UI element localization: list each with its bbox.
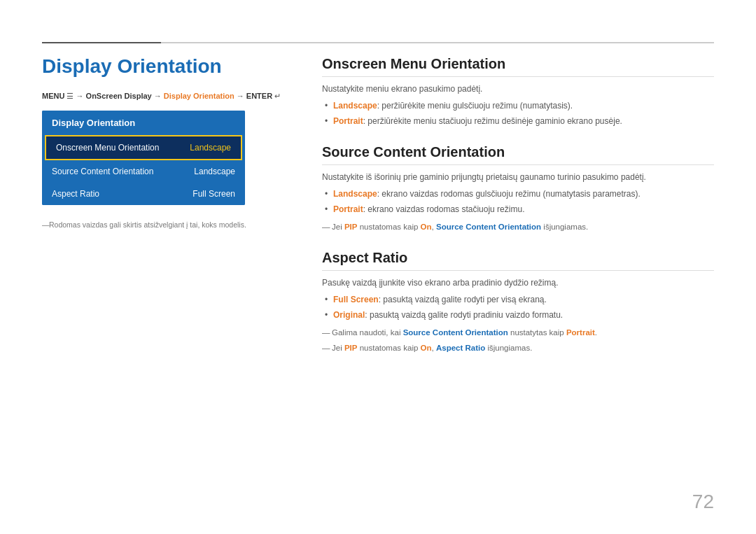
enter-keyword: ENTER (246, 92, 272, 100)
menu-path: MENU ☰ → OnScreen Display → Display Orie… (42, 92, 294, 101)
display-orientation-box: Display Orientation Onscreen Menu Orient… (42, 111, 245, 205)
kw-source-content-2: Source Content Orientation (403, 328, 508, 337)
display-box-row-onscreen[interactable]: Onscreen Menu Orientation Landscape (45, 135, 242, 160)
left-column: Display Orientation MENU ☰ → OnScreen Di… (42, 56, 294, 229)
bullet-aspect-original: Original: pasuktą vaizdą galite rodyti p… (322, 309, 714, 321)
note-source-pip: Jei PIP nustatomas kaip On, Source Conte… (322, 221, 714, 233)
kw-fullscreen: Full Screen (333, 295, 379, 304)
kw-aspect-ratio: Aspect Ratio (436, 344, 485, 352)
top-line-accent (42, 42, 161, 43)
row-value-aspect: Full Screen (192, 189, 235, 199)
display-box-title: Display Orientation (42, 111, 245, 135)
onscreen-display-link: OnScreen Display (86, 92, 152, 100)
kw-portrait-2: Portrait (333, 204, 363, 214)
kw-portrait-1: Portrait (333, 116, 363, 126)
section-title-onscreen: Onscreen Menu Orientation (322, 56, 714, 77)
row-label-source: Source Content Orientation (52, 167, 153, 176)
note-aspect-pip: Jei PIP nustatomas kaip On, Aspect Ratio… (322, 342, 714, 354)
menu-keyword: MENU (42, 92, 64, 100)
kw-landscape-1: Landscape (333, 101, 377, 111)
kw-on-2: On (421, 344, 432, 352)
kw-on-1: On (421, 223, 432, 231)
bullet-source-portrait: Portrait: ekrano vaizdas rodomas stačiuo… (322, 203, 714, 216)
bullet-list-source: Landscape: ekrano vaizdas rodomas gulsči… (322, 188, 714, 216)
section-intro-source: Nustatykite iš išorinių prie gaminio pri… (322, 172, 714, 182)
section-source-content: Source Content Orientation Nustatykite i… (322, 144, 714, 233)
kw-original: Original (333, 310, 365, 320)
section-aspect-ratio: Aspect Ratio Pasukę vaizdą įjunkite viso… (322, 250, 714, 354)
page-title: Display Orientation (42, 56, 294, 78)
kw-pip-2: PIP (344, 344, 358, 352)
note-aspect-source-portrait: Galima naudoti, kai Source Content Orien… (322, 327, 714, 339)
display-orientation-link: Display Orientation (164, 92, 234, 100)
kw-portrait-3: Portrait (566, 328, 595, 337)
kw-source-content-1: Source Content Orientation (436, 223, 541, 231)
bullet-onscreen-landscape: Landscape: peržiūrėkite meniu gulsčiuoju… (322, 99, 714, 112)
left-footnote: Rodomas vaizdas gali skirtis atsižvelgia… (42, 220, 294, 229)
kw-landscape-2: Landscape (333, 189, 377, 199)
bullet-source-landscape: Landscape: ekrano vaizdas rodomas gulsči… (322, 188, 714, 200)
bullet-aspect-fullscreen: Full Screen: pasuktą vaizdą galite rodyt… (322, 293, 714, 306)
arrow2: → (154, 92, 164, 100)
page-number: 72 (692, 491, 714, 513)
row-label-aspect: Aspect Ratio (52, 189, 99, 199)
row-value-onscreen: Landscape (190, 143, 231, 153)
right-column: Onscreen Menu Orientation Nustatykite me… (322, 56, 714, 371)
section-intro-onscreen: Nustatykite meniu ekrano pasukimo padėtį… (322, 84, 714, 94)
row-label-onscreen: Onscreen Menu Orientation (56, 143, 159, 153)
section-title-aspect: Aspect Ratio (322, 250, 714, 271)
section-intro-aspect: Pasukę vaizdą įjunkite viso ekrano arba … (322, 278, 714, 288)
arrow1: → (76, 92, 86, 100)
menu-icon: ☰ (66, 92, 76, 100)
row-value-source: Landscape (194, 167, 235, 176)
display-box-row-source[interactable]: Source Content Orientation Landscape (42, 160, 245, 183)
enter-icon: ↵ (274, 92, 281, 100)
arrow3: → (237, 92, 246, 100)
bullet-onscreen-portrait: Portrait: peržiūrėkite meniu stačiuoju r… (322, 115, 714, 127)
kw-pip-1: PIP (344, 223, 358, 231)
display-box-row-aspect[interactable]: Aspect Ratio Full Screen (42, 183, 245, 205)
bullet-list-aspect: Full Screen: pasuktą vaizdą galite rodyt… (322, 293, 714, 321)
section-onscreen-menu: Onscreen Menu Orientation Nustatykite me… (322, 56, 714, 127)
section-title-source: Source Content Orientation (322, 144, 714, 165)
bullet-list-onscreen: Landscape: peržiūrėkite meniu gulsčiuoju… (322, 99, 714, 127)
